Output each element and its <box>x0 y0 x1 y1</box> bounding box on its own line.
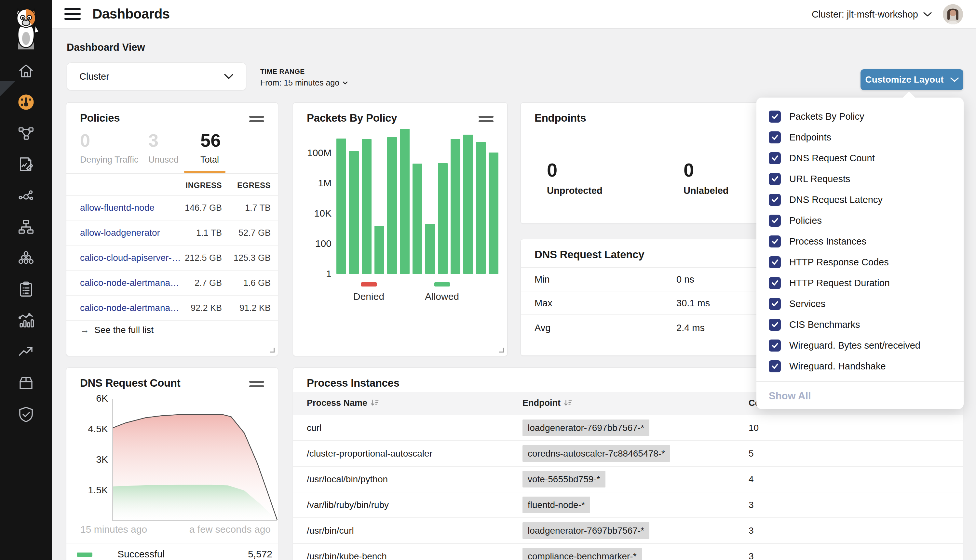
table-row[interactable]: /cluster-proportional-autoscaler coredns… <box>293 441 963 467</box>
menu-item-cis-benchmarks[interactable]: CIS Benchmarks <box>756 314 964 335</box>
policies-stat-total[interactable]: 56 Total <box>200 132 220 165</box>
legend-denied[interactable]: Denied <box>353 282 384 302</box>
table-row[interactable]: /usr/local/bin/python vote-5655bd759-* 4 <box>293 467 963 492</box>
allowed-swatch <box>434 282 450 287</box>
checkbox-checked[interactable] <box>769 256 781 268</box>
checkbox-checked[interactable] <box>769 360 781 372</box>
legend-successful[interactable]: Successful 5,572 <box>67 548 278 560</box>
allowed-bar[interactable] <box>463 135 473 274</box>
sidebar-item-clusters[interactable] <box>0 243 52 274</box>
time-range-value-button[interactable]: From: 15 minutes ago <box>260 78 348 87</box>
checkbox-checked[interactable] <box>769 319 781 331</box>
sidebar-item-packages[interactable] <box>0 367 52 399</box>
policy-link[interactable]: calico-cloud-apiserver-… <box>80 253 181 263</box>
checkbox-checked[interactable] <box>769 277 781 289</box>
allowed-bar[interactable] <box>425 224 435 274</box>
allowed-bar[interactable] <box>362 139 372 274</box>
dashboard-view-title: Dashboard View <box>67 42 145 53</box>
policy-link[interactable]: allow-fluentd-node <box>80 203 155 213</box>
table-row[interactable]: /var/lib/ruby/bin/ruby fluentd-node-* 3 <box>293 492 963 518</box>
menu-item-process-instances[interactable]: Process Instances <box>756 231 964 252</box>
menu-item-services[interactable]: Services <box>756 293 964 314</box>
policies-stat-unused[interactable]: 3 Unused <box>148 132 179 165</box>
menu-item-dns-request-count[interactable]: DNS Request Count <box>756 148 964 168</box>
cluster-selector[interactable]: Cluster: jlt-msft-workshop <box>812 9 932 20</box>
report-edit-icon <box>17 156 35 173</box>
user-avatar[interactable] <box>943 4 963 24</box>
sidebar-item-metrics[interactable] <box>0 305 52 336</box>
policy-link[interactable]: calico-node-alertmana… <box>80 303 179 313</box>
sidebar-item-reports[interactable] <box>0 149 52 180</box>
allowed-bar[interactable] <box>489 153 499 274</box>
allowed-bar[interactable] <box>438 163 448 274</box>
policy-link[interactable]: calico-node-alertmana… <box>80 278 179 288</box>
dashboard-view-select[interactable]: Cluster <box>67 62 246 90</box>
checkbox-checked[interactable] <box>769 152 781 164</box>
menu-item-url-requests[interactable]: URL Requests <box>756 168 964 189</box>
checkbox-checked[interactable] <box>769 340 781 352</box>
successful-swatch <box>77 553 92 557</box>
sidebar-item-security[interactable] <box>0 399 52 430</box>
policy-link[interactable]: allow-loadgenerator <box>80 228 160 238</box>
sidebar-item-home[interactable] <box>0 55 52 87</box>
checkbox-checked[interactable] <box>769 194 781 206</box>
menu-item-http-response-codes[interactable]: HTTP Response Codes <box>756 252 964 273</box>
table-row[interactable]: /usr/bin/kube-bench compliance-benchmark… <box>293 544 963 560</box>
show-all-button[interactable]: Show All <box>756 382 964 410</box>
sidebar-item-compliance[interactable] <box>0 274 52 305</box>
menu-item-wireguard-bytes[interactable]: Wireguard. Bytes sent/received <box>756 335 964 356</box>
table-row[interactable]: curl loadgenerator-7697bb7567-* 10 <box>293 415 963 441</box>
allowed-bar[interactable] <box>476 142 486 274</box>
denied-swatch <box>361 282 377 287</box>
allowed-bar[interactable] <box>400 129 410 274</box>
chevron-down-icon <box>342 81 348 85</box>
allowed-bar[interactable] <box>412 163 422 274</box>
allowed-bar[interactable] <box>349 151 359 274</box>
checkbox-checked[interactable] <box>769 298 781 310</box>
menu-item-http-request-duration[interactable]: HTTP Request Duration <box>756 273 964 293</box>
policies-stat-denying[interactable]: 0 Denying Traffic <box>80 132 138 165</box>
endpoint-chip: loadgenerator-7697bb7567-* <box>522 420 649 436</box>
dns-request-count-card: DNS Request Count 1.5K3K4.5K6K 15 minute… <box>66 367 278 560</box>
resize-handle[interactable] <box>499 348 504 353</box>
menu-item-wireguard-handshake[interactable]: Wireguard. Handshake <box>756 356 964 377</box>
checkbox-checked[interactable] <box>769 110 781 123</box>
sidebar-item-service-graph[interactable] <box>0 180 52 212</box>
checkbox-checked[interactable] <box>769 235 781 247</box>
hamburger-menu-button[interactable] <box>64 8 81 20</box>
allowed-bar[interactable] <box>374 226 384 274</box>
y-axis-tick: 100 <box>296 238 332 249</box>
sidebar-item-topology[interactable] <box>0 212 52 243</box>
allowed-bar[interactable] <box>387 137 397 274</box>
menu-item-policies[interactable]: Policies <box>756 210 964 231</box>
column-header-endpoint[interactable]: Endpoint <box>522 398 572 410</box>
allowed-bar[interactable] <box>336 138 346 274</box>
resize-handle[interactable] <box>270 348 275 353</box>
menu-item-packets-by-policy[interactable]: Packets By Policy <box>756 106 964 127</box>
customize-layout-button[interactable]: Customize Layout <box>861 69 963 90</box>
ingress-column-header: INGRESS <box>185 181 222 190</box>
endpoint-chip: fluentd-node-* <box>522 497 590 513</box>
sidebar-item-policies[interactable] <box>0 118 52 149</box>
column-header-process-name[interactable]: Process Name <box>307 398 379 410</box>
sort-icon[interactable] <box>370 399 379 410</box>
metrics-icon <box>17 312 35 330</box>
legend-allowed[interactable]: Allowed <box>425 282 459 302</box>
menu-pointer <box>903 92 916 104</box>
chevron-down-icon <box>923 12 932 17</box>
drag-handle-icon[interactable] <box>249 116 264 125</box>
sidebar-item-dashboard-active[interactable] <box>0 87 52 118</box>
see-full-list-link[interactable]: → See the full list <box>80 325 153 335</box>
packets-bar-chart: 110010K1M100M <box>293 103 507 356</box>
sidebar-item-trends[interactable] <box>0 336 52 367</box>
allowed-bar[interactable] <box>450 139 460 274</box>
table-row[interactable]: /usr/bin/curl loadgenerator-7697bb7567-*… <box>293 518 963 544</box>
menu-item-endpoints[interactable]: Endpoints <box>756 127 964 148</box>
menu-item-dns-request-latency[interactable]: DNS Request Latency <box>756 189 964 210</box>
dashboard-gauge-icon <box>17 93 35 111</box>
page-title: Dashboards <box>92 6 170 22</box>
sort-icon[interactable] <box>564 399 572 410</box>
checkbox-checked[interactable] <box>769 173 781 185</box>
checkbox-checked[interactable] <box>769 132 781 143</box>
checkbox-checked[interactable] <box>769 215 781 227</box>
